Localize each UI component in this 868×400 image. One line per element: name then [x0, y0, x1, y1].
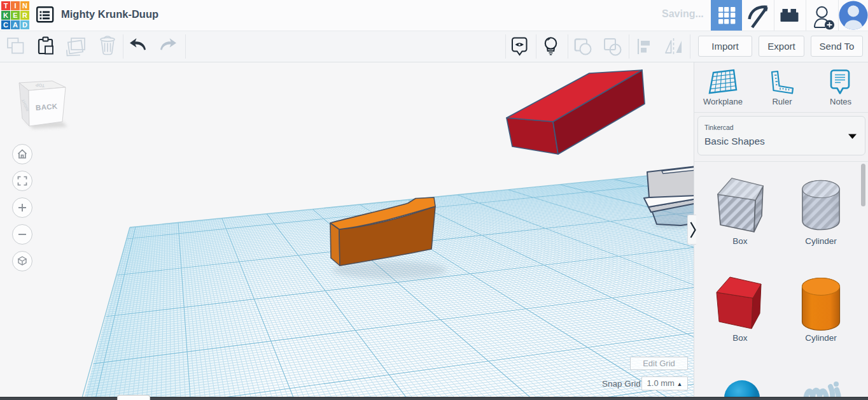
svg-text:D: D [22, 21, 27, 29]
svg-text:A: A [13, 21, 18, 29]
svg-text:N: N [22, 2, 27, 10]
svg-text:I: I [14, 2, 16, 10]
svg-text:R: R [22, 11, 27, 19]
svg-text:E: E [13, 11, 17, 19]
svg-text:C: C [3, 21, 8, 29]
svg-text:TOP: TOP [35, 83, 45, 88]
svg-text:T: T [4, 2, 8, 10]
svg-text:BACK: BACK [36, 103, 59, 111]
svg-text:K: K [3, 11, 8, 19]
